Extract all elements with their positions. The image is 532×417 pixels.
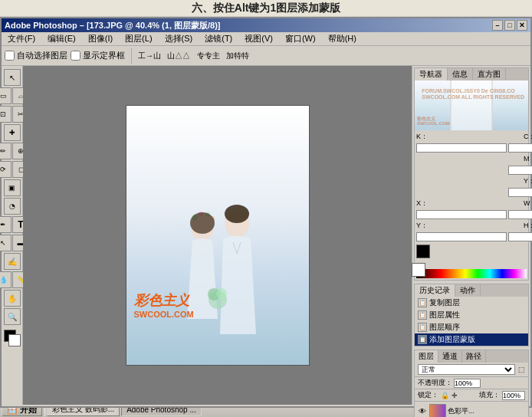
tool-notes[interactable]: ✍ bbox=[4, 253, 21, 270]
tab-actions[interactable]: 动作 bbox=[455, 284, 481, 297]
w-value[interactable] bbox=[508, 210, 532, 219]
history-order-label: 图层顺序 bbox=[429, 322, 460, 333]
canvas-area[interactable]: 彩色主义 SWCOOL.COM bbox=[23, 66, 412, 405]
history-mask-label: 添加图层蒙版 bbox=[429, 334, 475, 345]
foreground-color-box[interactable] bbox=[416, 245, 430, 258]
nav-watermark-url: SWCOOL.COM bbox=[417, 121, 450, 126]
close-button[interactable]: ✕ bbox=[517, 20, 527, 31]
history-props-label: 图层属性 bbox=[429, 310, 460, 320]
tool-crop[interactable]: ⊡ bbox=[0, 106, 11, 123]
minimize-button[interactable]: – bbox=[492, 20, 503, 31]
w-label: W： bbox=[524, 199, 532, 208]
layer-thumb-color-balance bbox=[429, 404, 446, 418]
page-heading: 六、按住Alt键为1图层添加蒙版 bbox=[0, 0, 532, 17]
blank-val bbox=[416, 166, 507, 175]
c-value[interactable] bbox=[508, 143, 532, 153]
tab-navigator[interactable]: 导航器 bbox=[415, 68, 448, 80]
tab-history[interactable]: 历史记录 bbox=[415, 284, 455, 297]
tool-history-brush[interactable]: ⟳ bbox=[0, 161, 11, 178]
m-value[interactable] bbox=[508, 166, 532, 175]
blank-val2 bbox=[416, 188, 507, 197]
blend-mode-dropdown[interactable]: 正常 bbox=[418, 364, 515, 375]
menubar: 文件(F) 编辑(E) 图像(I) 图层(L) 选择(S) 滤镜(T) 视图(V… bbox=[2, 32, 530, 46]
main-content: ↖ ▭ ⌓ ⊡ ✂ ✚ ✏ ⊕ ⟳ ◻ ▣ ◔ ✒ T bbox=[2, 66, 530, 405]
options-toolbar: 自动选择图层 显示定界框 工→山 山△△ 专专主 加特特 bbox=[2, 46, 530, 66]
watermark-chinese: 彩色主义 bbox=[134, 291, 194, 310]
opacity-label: 不透明度： bbox=[418, 378, 452, 388]
show-bounds-checkbox[interactable] bbox=[71, 51, 80, 61]
tool-zoom[interactable]: 🔍 bbox=[4, 308, 21, 325]
menu-help[interactable]: 帮助(H) bbox=[325, 32, 360, 45]
app-title: Adobe Photoshop – [173.JPG @ 40.4% (1, 图… bbox=[5, 20, 221, 31]
watermark: 彩色主义 SWCOOL.COM bbox=[134, 291, 194, 319]
menu-filter[interactable]: 滤镜(T) bbox=[202, 32, 235, 45]
color-selector bbox=[415, 243, 528, 268]
h-value[interactable] bbox=[508, 232, 532, 241]
navigator-panel: 导航器 信息 直方图 彩色主义 SWCOOL.COM FORUM. bbox=[414, 67, 529, 281]
history-item-layer-order[interactable]: 📋 图层顺序 bbox=[415, 321, 528, 333]
lock-row: 锁定： 🔒 ✛ 填充： bbox=[415, 389, 528, 402]
tool-heal[interactable]: ✚ bbox=[4, 124, 21, 141]
history-item-copy-layer[interactable]: 📋 复制图层 bbox=[415, 297, 528, 309]
tool-eyedropper[interactable]: 💧 bbox=[0, 271, 11, 288]
menu-window[interactable]: 窗口(W) bbox=[282, 32, 319, 45]
menu-view[interactable]: 视图(V) bbox=[241, 32, 276, 45]
tab-layers[interactable]: 图层 bbox=[415, 350, 438, 363]
history-item-add-mask[interactable]: 📋 添加图层蒙版 bbox=[415, 333, 528, 346]
layers-tabs: 图层 通道 路径 bbox=[415, 350, 528, 363]
fill-input[interactable] bbox=[502, 391, 525, 400]
color-strip[interactable] bbox=[416, 269, 527, 278]
nav-preview: 彩色主义 SWCOOL.COM FORUM.SWCOL.ISSY0 De CIN… bbox=[415, 80, 528, 130]
menu-file[interactable]: 文件(F) bbox=[5, 32, 38, 45]
tool-pen[interactable]: ✒ bbox=[0, 216, 11, 233]
blend-mode-row: 正常 ⬚ bbox=[415, 363, 528, 377]
tab-paths[interactable]: 路径 bbox=[462, 350, 486, 363]
history-item-layer-props[interactable]: 📋 图层属性 bbox=[415, 309, 528, 321]
tab-channels[interactable]: 通道 bbox=[438, 350, 462, 363]
lock-label: 锁定： bbox=[418, 390, 438, 400]
tool-hand[interactable]: ✋ bbox=[4, 290, 21, 307]
menu-layer[interactable]: 图层(L) bbox=[122, 32, 155, 45]
lock-icon[interactable]: 🔒 bbox=[441, 392, 449, 399]
layer-item-color-balance[interactable]: 👁 色彩平... bbox=[415, 402, 528, 417]
blank-label bbox=[416, 154, 507, 164]
layers-panel: 图层 通道 路径 正常 ⬚ 不透明度： 锁定： 🔒 bbox=[414, 350, 529, 417]
history-props-icon: 📋 bbox=[418, 310, 427, 320]
toolbox: ↖ ▭ ⌓ ⊡ ✂ ✚ ✏ ⊕ ⟳ ◻ ▣ ◔ ✒ T bbox=[2, 66, 23, 405]
couple-illustration bbox=[153, 181, 283, 365]
auto-select-checkbox-label[interactable]: 自动选择图层 bbox=[5, 50, 67, 61]
layer-eye-color-balance[interactable]: 👁 bbox=[417, 406, 428, 417]
svg-point-7 bbox=[225, 205, 249, 223]
menu-image[interactable]: 图像(I) bbox=[85, 32, 116, 45]
menu-edit[interactable]: 编辑(E) bbox=[44, 32, 79, 45]
tool-rect-select[interactable]: ▭ bbox=[0, 87, 11, 104]
opacity-input[interactable] bbox=[454, 379, 481, 388]
history-copy-label: 复制图层 bbox=[429, 297, 460, 308]
x-value[interactable] bbox=[416, 210, 507, 219]
menu-select[interactable]: 选择(S) bbox=[162, 32, 196, 45]
auto-select-checkbox[interactable] bbox=[5, 51, 15, 61]
y2-value[interactable] bbox=[416, 232, 507, 241]
show-bounds-checkbox-label[interactable]: 显示定界框 bbox=[71, 50, 125, 61]
k-value[interactable] bbox=[416, 143, 507, 153]
background-color-box[interactable] bbox=[412, 263, 425, 277]
y-value[interactable] bbox=[508, 188, 532, 197]
layer-name-color-balance: 色彩平... bbox=[448, 406, 526, 416]
svg-point-5 bbox=[190, 212, 215, 234]
m-label: M： bbox=[524, 154, 532, 164]
maximize-button[interactable]: □ bbox=[504, 20, 515, 31]
tool-path-select[interactable]: ↖ bbox=[0, 235, 11, 251]
tool-move[interactable]: ↖ bbox=[4, 69, 21, 86]
opacity-row: 不透明度： bbox=[415, 377, 528, 389]
toolbar-separator bbox=[131, 48, 132, 64]
tool-dodge[interactable]: ◔ bbox=[4, 198, 21, 215]
tab-histogram[interactable]: 直方图 bbox=[473, 68, 506, 80]
y-label: Y： bbox=[524, 176, 532, 186]
y2-label: Y： bbox=[416, 221, 507, 231]
tool-brush[interactable]: ✏ bbox=[0, 143, 11, 159]
tool-gradient[interactable]: ▣ bbox=[4, 179, 21, 196]
lock-move-icon[interactable]: ✛ bbox=[452, 392, 458, 399]
tab-info[interactable]: 信息 bbox=[448, 68, 473, 80]
blank-label2 bbox=[416, 176, 507, 186]
background-color[interactable] bbox=[8, 334, 21, 346]
